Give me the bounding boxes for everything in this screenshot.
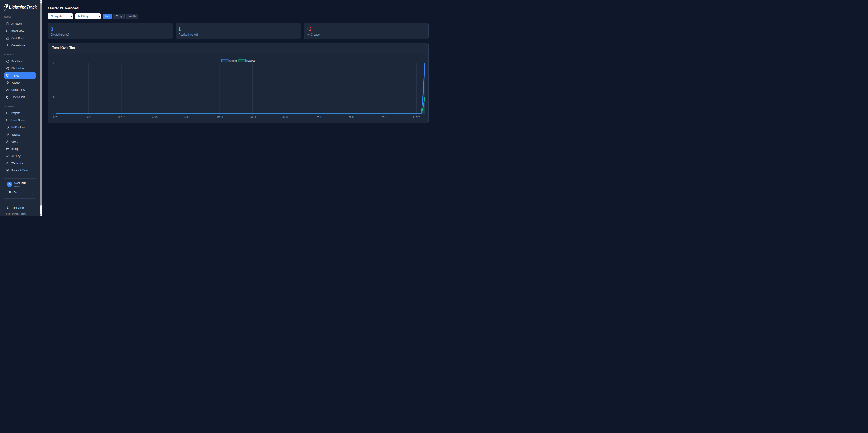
svg-text:Feb 11: Feb 11: [348, 115, 354, 119]
svg-text:Dec 1: Dec 1: [53, 115, 58, 119]
svg-text:Feb 27: Feb 27: [413, 115, 420, 119]
svg-text:3: 3: [53, 61, 54, 65]
svg-text:1: 1: [53, 95, 54, 98]
svg-text:Feb 3: Feb 3: [315, 115, 320, 119]
svg-text:Dec 17: Dec 17: [118, 115, 125, 119]
svg-text:Dec 25: Dec 25: [151, 115, 157, 119]
svg-text:Feb 19: Feb 19: [380, 115, 387, 119]
svg-text:Dec 9: Dec 9: [86, 115, 91, 119]
svg-text:Jan 10: Jan 10: [217, 115, 223, 119]
svg-text:Jan 26: Jan 26: [282, 115, 288, 119]
svg-text:Jan 2: Jan 2: [184, 115, 189, 119]
svg-text:2: 2: [53, 79, 54, 82]
svg-text:Jan 18: Jan 18: [249, 115, 255, 119]
svg-text:Created: Created: [229, 59, 237, 62]
svg-text:0: 0: [53, 112, 54, 116]
svg-text:Resolved: Resolved: [246, 59, 255, 62]
